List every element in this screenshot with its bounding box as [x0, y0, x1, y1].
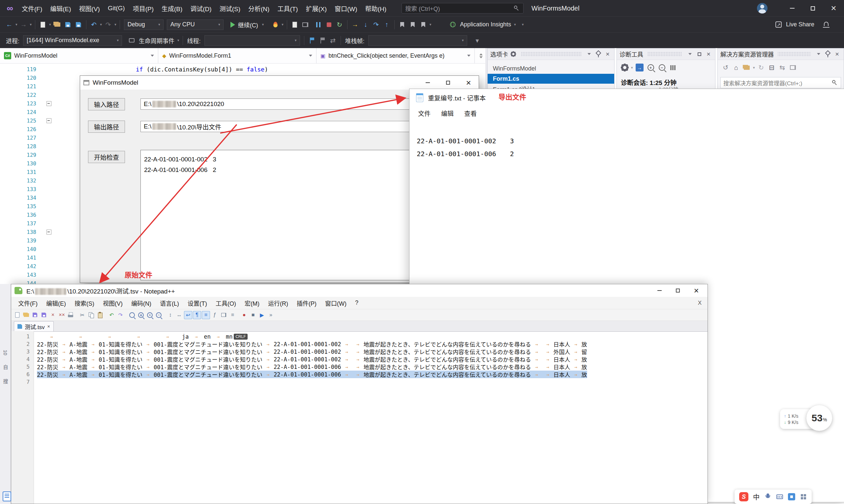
npp-menu-6[interactable]: 设置(T) — [183, 299, 211, 307]
output-path-field[interactable]: E:\\10.20\导出文件 — [140, 121, 410, 132]
lifecycle-events-icon[interactable] — [126, 35, 137, 46]
npp-menu-3[interactable]: 视图(V) — [99, 299, 127, 307]
maximize-button[interactable] — [669, 284, 687, 297]
npp-line-6[interactable]: 622-防災→A-地震→01-知識を得たい→001-震度とマグニチュード違いを知… — [11, 371, 707, 378]
npp-save-all-icon[interactable] — [40, 311, 48, 319]
nav-back-icon[interactable]: ← — [4, 19, 15, 30]
break-all-icon[interactable] — [313, 19, 324, 30]
npp-redo-icon[interactable]: ↷ — [116, 311, 125, 319]
solution-config-select[interactable]: Debug▾ — [124, 19, 163, 30]
prev-bookmark-icon[interactable] — [408, 19, 418, 30]
npp-undo-icon[interactable]: ↶ — [107, 311, 116, 319]
nav-forward-icon[interactable]: → — [18, 19, 29, 30]
keyboard-icon[interactable] — [776, 493, 783, 500]
editor-split-handle[interactable] — [477, 48, 485, 63]
npp-save-icon[interactable] — [31, 311, 39, 319]
flag-thread-icon[interactable] — [317, 35, 328, 46]
pin-icon[interactable] — [595, 50, 602, 58]
redo-icon[interactable]: ↷ — [103, 19, 114, 30]
npp-function-list-icon[interactable]: ƒ — [211, 311, 219, 319]
stackframe-select[interactable]: ▾ — [368, 35, 467, 46]
docked-tab-2[interactable]: 搜 — [2, 379, 9, 384]
maximize-panel-icon[interactable] — [695, 50, 703, 58]
pin-icon[interactable] — [824, 50, 832, 58]
save-all-icon[interactable] — [73, 19, 84, 30]
breadcrumb-type-dropdown[interactable]: ◆ WinFormsModel.Form1 — [158, 48, 316, 63]
npp-menu-7[interactable]: 工具(O) — [211, 299, 240, 307]
npp-open-icon[interactable] — [22, 311, 30, 319]
search-icon[interactable] — [831, 79, 838, 86]
continue-button[interactable]: 继续(C)▾ — [227, 19, 269, 30]
next-bookmark-icon[interactable] — [418, 19, 429, 30]
chevron-down-icon[interactable] — [585, 50, 593, 58]
notepadpp-titlebar[interactable]: E:\\10.20\20221020\测试.tsv - Notepad++ — [11, 284, 707, 297]
close-icon[interactable] — [705, 50, 712, 58]
zoom-out-icon[interactable]: − — [659, 64, 665, 71]
npp-menu-10[interactable]: 插件(P) — [292, 299, 321, 307]
npp-line-1[interactable]: 1→→→→→ja→en→mnCRLF — [11, 333, 707, 340]
vs-menu-4[interactable]: 项目(P) — [129, 4, 158, 13]
npp-macro-run-multi-icon[interactable]: » — [267, 311, 275, 319]
new-project-icon[interactable] — [38, 19, 48, 30]
npp-indent-guide-icon[interactable]: ≡ — [202, 311, 210, 319]
npp-close-icon[interactable]: × — [49, 311, 57, 319]
minimize-button[interactable] — [417, 76, 438, 90]
docked-tab-1[interactable]: 自 — [2, 365, 9, 370]
vs-menu-11[interactable]: 窗口(W) — [331, 4, 361, 13]
winforms-titlebar[interactable]: WinFormsModel — [80, 76, 479, 90]
watch-window-icon[interactable] — [300, 19, 311, 30]
npp-menu-0[interactable]: 文件(F) — [14, 299, 42, 307]
ime-language-mode[interactable]: 中 — [753, 492, 760, 502]
npp-close-all-icon[interactable]: ×× — [58, 311, 66, 319]
bottom-corner-window-icon[interactable] — [3, 491, 11, 501]
npp-menu-2[interactable]: 搜索(S) — [70, 299, 99, 307]
notepadpp-text-area[interactable]: 1→→→→→ja→en→mnCRLF222-防災→A-地震→01-知識を得たい→… — [11, 331, 707, 504]
docked-tab-0[interactable]: 10 — [3, 350, 8, 356]
vs-menu-7[interactable]: 测试(S) — [216, 4, 244, 13]
application-insights-icon[interactable] — [447, 19, 458, 30]
show-next-statement-icon[interactable]: → — [350, 19, 360, 30]
tab-close-icon[interactable]: × — [47, 324, 50, 329]
npp-menu-8[interactable]: 宏(M) — [240, 299, 264, 307]
step-into-icon[interactable]: ↓ — [360, 19, 371, 30]
notepad-text-area[interactable]: 22-A-01-001-0001-0023 22-A-01-001-0001-0… — [410, 120, 844, 160]
npp-line-2[interactable]: 222-防災→A-地震→01-知識を得たい→001-震度とマグニチュード違いを知… — [11, 340, 707, 348]
document-tab[interactable]: 测试.tsv × — [14, 321, 54, 331]
tabs-panel-header[interactable]: 选项卡 — [488, 49, 614, 60]
restart-icon[interactable]: ↻ — [334, 19, 345, 30]
notepad-titlebar[interactable]: 重复编号.txt - 记事本 — [410, 89, 844, 106]
npp-menu-11[interactable]: 窗口(W) — [321, 299, 351, 307]
fold-collapse-icon[interactable] — [47, 118, 51, 123]
npp-menu-9[interactable]: 运行(R) — [264, 299, 292, 307]
npp-sync-h-icon[interactable]: ↔ — [175, 311, 183, 319]
npp-macro-stop-icon[interactable]: ■ — [249, 311, 257, 319]
start-check-button[interactable]: 开始检查 — [88, 151, 125, 163]
check-result-textbox[interactable]: 22-A-01-001-0001-0023 22-A-01-001-0001-0… — [140, 150, 410, 280]
tab-item-active[interactable]: Form1.cs — [488, 74, 614, 84]
thread-select[interactable]: ▾ — [204, 35, 300, 46]
npp-macro-play-icon[interactable]: ▶ — [258, 311, 266, 319]
npp-macro-record-icon[interactable]: ● — [240, 311, 248, 319]
chevron-down-icon[interactable] — [686, 50, 694, 58]
vs-menu-8[interactable]: 分析(N) — [244, 4, 273, 13]
npp-line-4[interactable]: 422-防災→A-地震→01-知識を得たい→001-震度とマグニチュード違いを知… — [11, 356, 707, 363]
vs-menu-10[interactable]: 扩展(X) — [302, 4, 331, 13]
npp-copy-icon[interactable] — [87, 311, 95, 319]
chevron-down-icon[interactable] — [815, 50, 823, 58]
minimize-button[interactable] — [650, 284, 669, 297]
gear-icon[interactable] — [511, 51, 516, 57]
document-close-x[interactable]: X — [698, 300, 702, 306]
solution-explorer-header[interactable]: 解决方案资源管理器 — [718, 49, 844, 60]
process-select[interactable]: [1644] WinFormsModel.exe▾ — [23, 35, 122, 46]
notepad-menu-1[interactable]: 编辑 — [436, 109, 459, 118]
fold-collapse-icon[interactable] — [47, 101, 51, 106]
close-button[interactable] — [458, 76, 479, 90]
save-icon[interactable] — [63, 19, 73, 30]
npp-sync-v-icon[interactable]: ↕ — [166, 311, 174, 319]
ime-toolbox-icon[interactable] — [788, 493, 795, 500]
fold-collapse-icon[interactable] — [47, 230, 51, 235]
minimize-button[interactable] — [782, 0, 803, 16]
npp-show-all-chars-icon[interactable]: ¶ — [193, 311, 201, 319]
solexp-back-icon[interactable]: ↺ — [720, 62, 731, 73]
npp-line-5[interactable]: 522-防災→A-地震→01-知識を得たい→001-震度とマグニチュード違いを知… — [11, 363, 707, 371]
